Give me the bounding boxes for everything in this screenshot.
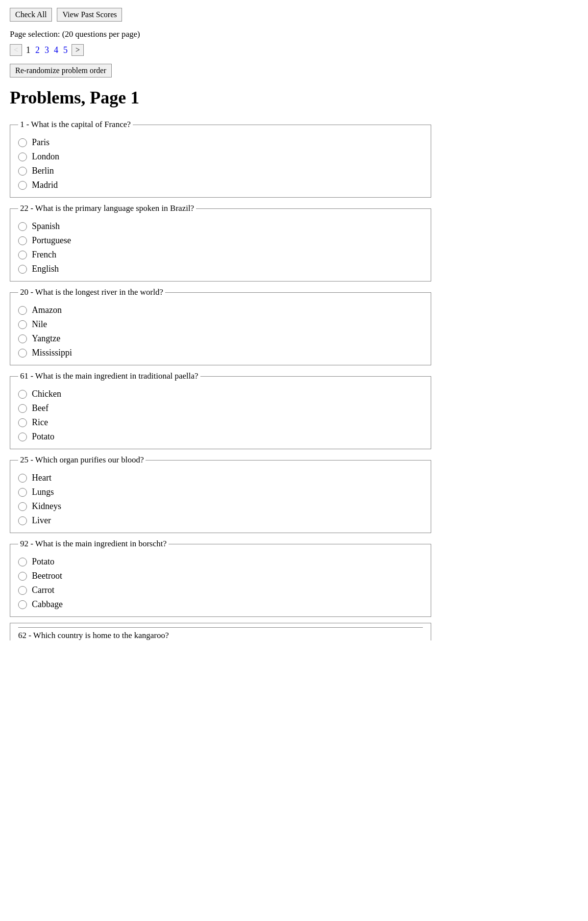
- option-label-q22-2[interactable]: French: [32, 250, 56, 260]
- option-label-q92-2[interactable]: Carrot: [32, 585, 54, 595]
- option-label-q25-1[interactable]: Lungs: [32, 487, 54, 497]
- option-label-q92-1[interactable]: Beetroot: [32, 571, 62, 581]
- radio-q92-3[interactable]: [18, 600, 27, 609]
- radio-q20-0[interactable]: [18, 306, 27, 315]
- radio-q22-2[interactable]: [18, 251, 27, 259]
- question-legend-q62: 62 - Which country is home to the kangar…: [18, 627, 423, 640]
- rerandomize-button[interactable]: Re-randomize problem order: [10, 64, 112, 77]
- prev-page-button[interactable]: <: [10, 44, 22, 56]
- option-row: Kidneys: [18, 501, 423, 512]
- question-block-q22: 22 - What is the primary language spoken…: [10, 204, 431, 281]
- question-block-q25: 25 - Which organ purifies our blood?Hear…: [10, 455, 431, 533]
- option-row: Nile: [18, 319, 423, 330]
- questions-container: 1 - What is the capital of France?ParisL…: [10, 120, 431, 640]
- option-row: Amazon: [18, 305, 423, 315]
- radio-q22-3[interactable]: [18, 265, 27, 274]
- option-label-q1-3[interactable]: Madrid: [32, 180, 58, 190]
- radio-q20-2[interactable]: [18, 334, 27, 343]
- page-selection-text: Page selection: (20 questions per page): [10, 29, 431, 39]
- option-label-q61-0[interactable]: Chicken: [32, 389, 61, 399]
- option-row: Mississippi: [18, 348, 423, 358]
- option-row: Potato: [18, 432, 423, 442]
- radio-q20-3[interactable]: [18, 349, 27, 358]
- option-row: Rice: [18, 417, 423, 428]
- option-label-q1-0[interactable]: Paris: [32, 137, 49, 148]
- question-legend-q25: 25 - Which organ purifies our blood?: [18, 455, 146, 465]
- radio-q61-1[interactable]: [18, 404, 27, 413]
- radio-q1-3[interactable]: [18, 181, 27, 190]
- question-legend-q61: 61 - What is the main ingredient in trad…: [18, 371, 200, 381]
- option-row: Carrot: [18, 585, 423, 595]
- option-label-q20-3[interactable]: Mississippi: [32, 348, 72, 358]
- radio-q25-1[interactable]: [18, 488, 27, 497]
- radio-q61-2[interactable]: [18, 418, 27, 427]
- radio-q20-1[interactable]: [18, 320, 27, 329]
- option-row: Beetroot: [18, 571, 423, 581]
- option-row: Paris: [18, 137, 423, 148]
- option-row: Heart: [18, 473, 423, 483]
- question-block-q1: 1 - What is the capital of France?ParisL…: [10, 120, 431, 198]
- option-row: Madrid: [18, 180, 423, 190]
- option-label-q25-2[interactable]: Kidneys: [32, 501, 61, 512]
- option-row: Portuguese: [18, 235, 423, 246]
- option-row: Cabbage: [18, 599, 423, 610]
- option-label-q1-1[interactable]: London: [32, 152, 59, 162]
- option-row: Spanish: [18, 221, 423, 231]
- page-title: Problems, Page 1: [10, 87, 431, 108]
- radio-q25-0[interactable]: [18, 474, 27, 483]
- option-label-q22-3[interactable]: English: [32, 264, 59, 274]
- option-label-q22-1[interactable]: Portuguese: [32, 235, 71, 246]
- next-page-button[interactable]: >: [72, 44, 84, 56]
- radio-q61-3[interactable]: [18, 433, 27, 441]
- page-number-1: 1: [25, 45, 31, 55]
- radio-q92-2[interactable]: [18, 586, 27, 595]
- option-label-q92-0[interactable]: Potato: [32, 557, 54, 567]
- option-label-q20-0[interactable]: Amazon: [32, 305, 62, 315]
- top-buttons-container: Check All View Past Scores: [10, 8, 431, 22]
- option-row: Lungs: [18, 487, 423, 497]
- page-link-2[interactable]: 2: [34, 45, 41, 55]
- option-row: Berlin: [18, 166, 423, 176]
- page-link-5[interactable]: 5: [62, 45, 69, 55]
- question-block-q61: 61 - What is the main ingredient in trad…: [10, 371, 431, 449]
- pagination: < 1 2 3 4 5 >: [10, 44, 431, 56]
- option-row: French: [18, 250, 423, 260]
- option-label-q20-2[interactable]: Yangtze: [32, 333, 60, 344]
- option-label-q61-3[interactable]: Potato: [32, 432, 54, 442]
- option-row: Liver: [18, 515, 423, 526]
- question-legend-q22: 22 - What is the primary language spoken…: [18, 204, 196, 213]
- question-block-q62: 62 - Which country is home to the kangar…: [10, 623, 431, 640]
- radio-q22-1[interactable]: [18, 236, 27, 245]
- radio-q1-1[interactable]: [18, 153, 27, 161]
- radio-q1-2[interactable]: [18, 167, 27, 176]
- radio-q92-1[interactable]: [18, 572, 27, 581]
- radio-q25-2[interactable]: [18, 502, 27, 511]
- option-label-q1-2[interactable]: Berlin: [32, 166, 54, 176]
- check-all-button[interactable]: Check All: [10, 8, 52, 22]
- radio-q25-3[interactable]: [18, 516, 27, 525]
- page-link-3[interactable]: 3: [44, 45, 50, 55]
- radio-q61-0[interactable]: [18, 390, 27, 399]
- option-row: Yangtze: [18, 333, 423, 344]
- option-label-q20-1[interactable]: Nile: [32, 319, 47, 330]
- option-label-q22-0[interactable]: Spanish: [32, 221, 60, 231]
- option-label-q25-3[interactable]: Liver: [32, 515, 51, 526]
- option-label-q25-0[interactable]: Heart: [32, 473, 51, 483]
- option-label-q61-1[interactable]: Beef: [32, 403, 49, 413]
- question-block-q92: 92 - What is the main ingredient in bors…: [10, 539, 431, 617]
- question-legend-q20: 20 - What is the longest river in the wo…: [18, 287, 165, 297]
- question-legend-q92: 92 - What is the main ingredient in bors…: [18, 539, 169, 549]
- option-row: English: [18, 264, 423, 274]
- view-past-scores-button[interactable]: View Past Scores: [57, 8, 122, 22]
- question-block-q20: 20 - What is the longest river in the wo…: [10, 287, 431, 365]
- option-label-q92-3[interactable]: Cabbage: [32, 599, 63, 610]
- radio-q1-0[interactable]: [18, 138, 27, 147]
- option-label-q61-2[interactable]: Rice: [32, 417, 48, 428]
- option-row: Beef: [18, 403, 423, 413]
- radio-q22-0[interactable]: [18, 222, 27, 231]
- option-row: Chicken: [18, 389, 423, 399]
- option-row: Potato: [18, 557, 423, 567]
- radio-q92-0[interactable]: [18, 558, 27, 566]
- page-link-4[interactable]: 4: [53, 45, 59, 55]
- option-row: London: [18, 152, 423, 162]
